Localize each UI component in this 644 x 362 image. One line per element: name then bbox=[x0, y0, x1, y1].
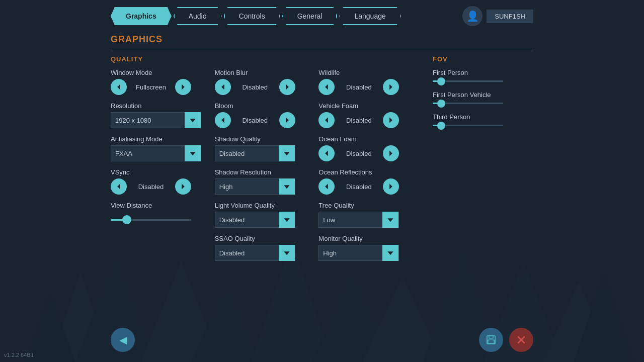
svg-marker-30 bbox=[326, 150, 329, 156]
resolution-dropdown[interactable]: 1920 x 1080 bbox=[111, 112, 201, 128]
ocean-foam-label: Ocean Foam bbox=[318, 135, 423, 143]
bloom-prev[interactable] bbox=[215, 112, 231, 128]
view-distance-slider[interactable] bbox=[111, 212, 191, 228]
monitor-quality-setting: Monitor Quality High bbox=[318, 235, 423, 261]
section-header: GRAPHICS bbox=[0, 26, 644, 49]
fov-label: FOV bbox=[433, 55, 533, 63]
shadow-quality-dropdown[interactable]: Disabled bbox=[215, 145, 295, 161]
motion-blur-toggle: Disabled bbox=[215, 79, 295, 95]
vsync-value: Disabled bbox=[127, 183, 175, 191]
bloom-next[interactable] bbox=[279, 112, 295, 128]
tree-quality-dropdown[interactable]: Low bbox=[318, 212, 399, 228]
svg-marker-27 bbox=[390, 84, 393, 89]
vsync-next[interactable] bbox=[175, 178, 191, 195]
vehicle-foam-prev[interactable] bbox=[318, 112, 335, 128]
svg-rect-38 bbox=[488, 340, 494, 343]
antialiasing-value: FXAA bbox=[111, 150, 185, 157]
antialiasing-dropdown[interactable]: FXAA bbox=[111, 145, 201, 161]
main-layout: QUALITY Window Mode Fullscreen bbox=[0, 49, 644, 268]
motion-blur-value: Disabled bbox=[231, 83, 279, 91]
ssao-setting: SSAO Quality Disabled bbox=[215, 235, 319, 261]
tree-quality-value: Low bbox=[319, 216, 382, 224]
back-button[interactable]: ◀ bbox=[111, 328, 135, 352]
wildlife-next[interactable] bbox=[383, 79, 399, 95]
tab-controls[interactable]: Controls bbox=[224, 7, 280, 25]
motion-blur-next[interactable] bbox=[279, 79, 295, 95]
window-mode-label: Window Mode bbox=[111, 69, 215, 76]
svg-marker-34 bbox=[388, 218, 393, 222]
motion-blur-setting: Motion Blur Disabled bbox=[215, 69, 319, 95]
shadow-resolution-dropdown[interactable]: High bbox=[215, 178, 295, 195]
shadow-resolution-dropdown-btn[interactable] bbox=[279, 178, 295, 195]
vsync-prev[interactable] bbox=[111, 178, 127, 195]
bloom-setting: Bloom Disabled bbox=[215, 102, 319, 128]
svg-marker-15 bbox=[190, 152, 195, 155]
vehicle-foam-setting: Vehicle Foam Disabled bbox=[318, 102, 423, 128]
light-volume-dropdown[interactable]: Disabled bbox=[215, 212, 295, 228]
tree-quality-dropdown-btn[interactable] bbox=[382, 212, 398, 228]
light-volume-value: Disabled bbox=[215, 216, 279, 224]
ssao-value: Disabled bbox=[215, 249, 279, 257]
monitor-quality-dropdown-btn[interactable] bbox=[382, 245, 398, 261]
first-person-vehicle-fov-track bbox=[433, 103, 503, 104]
ocean-foam-toggle: Disabled bbox=[318, 145, 399, 161]
ssao-dropdown-btn[interactable] bbox=[279, 245, 295, 261]
bottom-bar: ◀ bbox=[0, 328, 644, 352]
tab-graphics[interactable]: Graphics bbox=[111, 7, 172, 25]
svg-marker-13 bbox=[182, 84, 185, 89]
resolution-dropdown-btn[interactable] bbox=[185, 112, 201, 128]
save-button[interactable] bbox=[479, 328, 503, 352]
tab-language[interactable]: Language bbox=[339, 7, 400, 25]
window-mode-toggle: Fullscreen bbox=[111, 79, 191, 95]
motion-blur-prev[interactable] bbox=[215, 79, 231, 95]
close-button[interactable] bbox=[509, 328, 533, 352]
ocean-foam-value: Disabled bbox=[335, 150, 383, 157]
shadow-quality-value: Disabled bbox=[215, 150, 279, 157]
ssao-label: SSAO Quality bbox=[215, 235, 319, 242]
svg-marker-17 bbox=[182, 184, 185, 189]
ocean-foam-setting: Ocean Foam Disabled bbox=[318, 135, 423, 161]
wildlife-toggle: Disabled bbox=[318, 79, 399, 95]
antialiasing-dropdown-btn[interactable] bbox=[185, 145, 201, 161]
tab-audio[interactable]: Audio bbox=[174, 7, 222, 25]
bloom-value: Disabled bbox=[231, 117, 279, 124]
shadow-quality-dropdown-btn[interactable] bbox=[279, 145, 295, 161]
profile-avatar: 👤 bbox=[462, 6, 482, 26]
ssao-dropdown[interactable]: Disabled bbox=[215, 245, 295, 261]
view-distance-thumb[interactable] bbox=[122, 215, 131, 224]
shadow-quality-label: Shadow Quality bbox=[215, 135, 319, 143]
bloom-toggle: Disabled bbox=[215, 112, 295, 128]
ocean-reflections-toggle: Disabled bbox=[318, 178, 399, 195]
tab-general[interactable]: General bbox=[282, 7, 338, 25]
quality-columns: Window Mode Fullscreen bbox=[111, 69, 423, 268]
wildlife-prev[interactable] bbox=[318, 79, 335, 95]
vehicle-foam-next[interactable] bbox=[383, 112, 399, 128]
svg-marker-12 bbox=[117, 84, 120, 89]
window-mode-next[interactable] bbox=[175, 79, 191, 95]
svg-marker-20 bbox=[221, 117, 224, 123]
first-person-vehicle-fov-setting: First Person Vehicle bbox=[433, 91, 533, 104]
light-volume-dropdown-btn[interactable] bbox=[279, 212, 295, 228]
monitor-quality-dropdown[interactable]: High bbox=[318, 245, 399, 261]
first-person-vehicle-fov-thumb[interactable] bbox=[437, 100, 445, 108]
ocean-reflections-label: Ocean Reflections bbox=[318, 168, 423, 176]
ocean-reflections-prev[interactable] bbox=[318, 178, 335, 195]
vehicle-foam-value: Disabled bbox=[335, 117, 383, 124]
ocean-foam-prev[interactable] bbox=[318, 145, 335, 161]
shadow-resolution-label: Shadow Resolution bbox=[215, 168, 319, 176]
ocean-reflections-next[interactable] bbox=[383, 178, 399, 195]
third-person-fov-label: Third Person bbox=[433, 113, 533, 121]
third-person-fov-setting: Third Person bbox=[433, 113, 533, 126]
ocean-foam-next[interactable] bbox=[383, 145, 399, 161]
monitor-quality-value: High bbox=[319, 249, 382, 257]
svg-marker-21 bbox=[286, 117, 289, 123]
antialiasing-setting: Antialiasing Mode FXAA bbox=[111, 135, 215, 161]
svg-marker-25 bbox=[284, 251, 289, 255]
window-mode-prev[interactable] bbox=[111, 79, 127, 95]
quality-section: QUALITY Window Mode Fullscreen bbox=[111, 55, 423, 268]
first-person-fov-track bbox=[433, 80, 503, 82]
svg-marker-24 bbox=[284, 218, 289, 222]
third-person-fov-thumb[interactable] bbox=[437, 122, 445, 130]
first-person-fov-thumb[interactable] bbox=[437, 77, 445, 85]
quality-label: QUALITY bbox=[111, 55, 423, 63]
